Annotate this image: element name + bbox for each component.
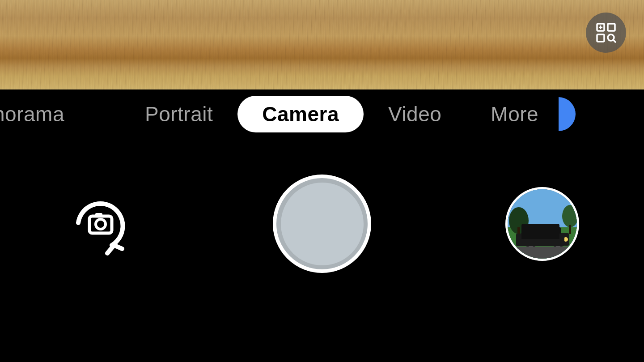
mode-tabs-wrapper: norama Portrait Camera Video More: [0, 89, 644, 139]
svg-rect-13: [517, 227, 520, 238]
svg-rect-2: [597, 34, 604, 42]
svg-line-4: [613, 40, 615, 42]
tab-more[interactable]: More: [466, 96, 563, 132]
svg-rect-9: [95, 213, 102, 217]
gallery-button[interactable]: [505, 187, 579, 261]
camera-ui: norama Portrait Camera Video More: [0, 89, 644, 362]
gallery-thumbnail: [508, 189, 577, 259]
lens-button[interactable]: [586, 13, 626, 53]
mode-tabs: norama Portrait Camera Video More: [0, 89, 576, 139]
shutter-inner: [281, 183, 364, 265]
svg-point-8: [96, 219, 106, 229]
lens-icon: [594, 21, 618, 44]
svg-rect-26: [508, 247, 579, 261]
svg-rect-17: [525, 227, 561, 235]
tab-video[interactable]: Video: [364, 96, 466, 132]
svg-rect-1: [608, 24, 615, 31]
flip-camera-icon: [65, 187, 136, 259]
svg-rect-16: [520, 233, 569, 246]
tab-camera[interactable]: Camera: [237, 96, 364, 132]
svg-rect-19: [544, 228, 557, 234]
camera-controls: [0, 175, 644, 273]
svg-point-14: [562, 205, 578, 227]
flip-camera-button[interactable]: [65, 187, 136, 260]
viewfinder: [0, 0, 644, 89]
svg-point-20: [521, 237, 525, 242]
tab-panorama[interactable]: norama: [0, 96, 89, 132]
tab-portrait[interactable]: Portrait: [120, 96, 237, 132]
svg-rect-18: [530, 228, 541, 234]
svg-rect-15: [569, 225, 571, 234]
gallery-image: [508, 189, 579, 261]
shutter-button[interactable]: [273, 175, 371, 273]
svg-point-21: [564, 237, 568, 242]
